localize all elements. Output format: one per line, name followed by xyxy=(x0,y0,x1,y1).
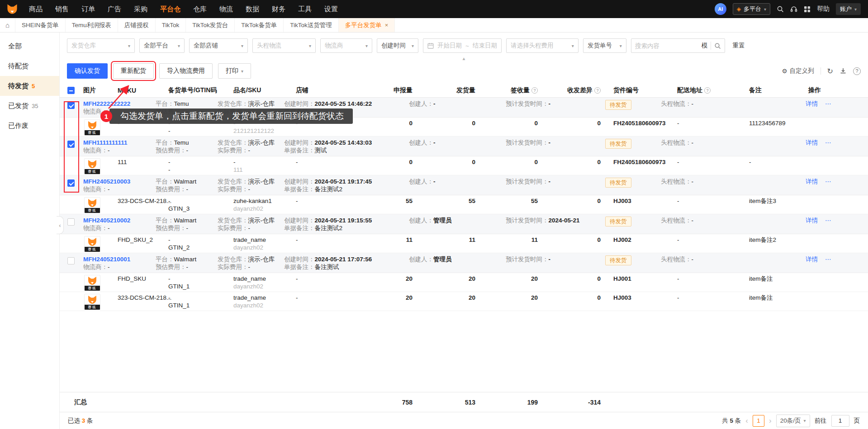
order-id-link[interactable]: MFH1111111111 xyxy=(83,139,128,146)
page-size-select[interactable]: 20条/页▾ xyxy=(776,415,810,427)
product-image[interactable]: 赛狐 xyxy=(84,236,100,252)
tab-shein-stocklist[interactable]: SHEIN备货单 xyxy=(15,18,66,32)
nav-item-orders[interactable]: 订单 xyxy=(75,0,101,18)
filter-warehouse-select[interactable]: 发货仓库▾ xyxy=(67,38,135,53)
collapse-filters-icon[interactable]: ▲ xyxy=(462,56,466,61)
product-image[interactable]: 赛狐 xyxy=(84,119,100,136)
home-icon[interactable]: ⌂ xyxy=(0,18,15,32)
help-link[interactable]: 帮助 xyxy=(817,5,830,13)
sidebar-item-voided[interactable]: 已作废 xyxy=(0,116,59,136)
select-value: 发货仓库 xyxy=(71,42,96,50)
more-actions-icon[interactable]: ⋯ xyxy=(825,217,832,224)
confirm-ship-button[interactable]: 确认发货 xyxy=(67,63,108,79)
nav-item-sales[interactable]: 销售 xyxy=(49,0,75,18)
detail-link[interactable]: 详情 xyxy=(806,139,818,146)
product-image[interactable]: 赛狐 xyxy=(84,294,100,310)
select-value: 发货单号 xyxy=(588,42,612,50)
product-image[interactable]: 赛狐 xyxy=(84,158,100,174)
info-icon[interactable]: ? xyxy=(594,87,601,94)
nav-item-purchase[interactable]: 采购 xyxy=(128,0,154,18)
filter-platform-select[interactable]: 全部平台▾ xyxy=(139,38,185,53)
next-page-icon[interactable]: › xyxy=(769,416,772,425)
item-diff-qty: 0 xyxy=(540,195,602,205)
row-checkbox[interactable] xyxy=(67,218,75,226)
filter-first-leg-select[interactable]: 头程物流▾ xyxy=(252,38,316,53)
tab-store-auth[interactable]: 店铺授权 xyxy=(118,18,156,32)
customize-columns-button[interactable]: ⚙自定义列 xyxy=(782,67,814,75)
row-checkbox[interactable] xyxy=(67,257,75,264)
reset-filters-button[interactable]: 重置 xyxy=(732,42,745,50)
import-logistics-fee-button[interactable]: 导入物流费用 xyxy=(159,63,213,79)
support-headset-icon[interactable] xyxy=(790,5,797,13)
order-id-link[interactable]: MFH2222222222 xyxy=(83,100,130,107)
tab-tiktok-shipping[interactable]: TikTok发货台 xyxy=(186,18,235,32)
filter-fee-select[interactable]: 请选择头程费用▾ xyxy=(506,38,579,53)
tab-multi-platform-shipping[interactable]: 多平台发货单 × xyxy=(339,18,395,32)
current-page-button[interactable]: 1 xyxy=(753,415,764,427)
order-id-link[interactable]: MFH2405210002 xyxy=(83,217,130,224)
prev-page-icon[interactable]: ‹ xyxy=(745,416,748,425)
detail-link[interactable]: 详情 xyxy=(806,100,818,107)
fuzzy-match-toggle[interactable]: 模 xyxy=(702,42,708,50)
sidebar-item-shipped[interactable]: 已发货35 xyxy=(0,96,59,116)
sidebar-item-to-ship[interactable]: 待发货5 xyxy=(0,76,59,96)
filter-search-field-select[interactable]: 发货单号▾ xyxy=(583,38,626,53)
platform-switcher[interactable]: ◈ 多平台 ▾ xyxy=(733,3,770,15)
search-submit-icon[interactable] xyxy=(714,42,721,49)
info-icon[interactable]: ? xyxy=(531,87,538,94)
sidebar-collapse-handle[interactable]: ‹ xyxy=(57,216,64,234)
order-id-link[interactable]: MFH2405210001 xyxy=(83,256,130,263)
more-actions-icon[interactable]: ⋯ xyxy=(825,256,832,263)
filter-carrier-select[interactable]: 物流商▾ xyxy=(320,38,372,53)
row-checkbox[interactable] xyxy=(67,141,75,148)
detail-link[interactable]: 详情 xyxy=(806,178,818,185)
product-image[interactable]: 赛狐 xyxy=(84,197,100,213)
print-button[interactable]: 打印▾ xyxy=(218,63,251,79)
account-menu[interactable]: 账户 ▾ xyxy=(836,3,861,15)
row-checkbox[interactable] xyxy=(67,179,75,187)
more-actions-icon[interactable]: ⋯ xyxy=(825,178,832,185)
nav-item-platform-warehouse[interactable]: 平台仓 xyxy=(154,0,187,18)
app-logo-fox-icon[interactable] xyxy=(6,3,18,15)
sidebar-item-to-allocate[interactable]: 待配货 xyxy=(0,56,59,76)
nav-item-finance[interactable]: 财务 xyxy=(266,0,292,18)
apps-grid-icon[interactable] xyxy=(804,6,811,13)
item-store: - xyxy=(296,234,350,244)
download-icon[interactable] xyxy=(840,67,847,75)
tab-tiktok-stocklist[interactable]: TikTok备货单 xyxy=(235,18,284,32)
info-icon[interactable]: ? xyxy=(704,87,711,94)
tab-temu-profit-report[interactable]: Temu利润报表 xyxy=(66,18,118,32)
more-actions-icon[interactable]: ⋯ xyxy=(825,100,832,107)
tab-close-icon[interactable]: × xyxy=(385,22,389,28)
sidebar-item-all[interactable]: 全部 xyxy=(0,36,59,56)
nav-item-ads[interactable]: 广告 xyxy=(101,0,128,18)
goto-page-input[interactable]: 1 xyxy=(831,415,849,427)
nav-item-data[interactable]: 数据 xyxy=(239,0,266,18)
refresh-icon[interactable]: ↻ xyxy=(827,67,833,75)
tab-tiktok[interactable]: TikTok xyxy=(156,18,186,32)
row-checkbox[interactable] xyxy=(67,102,75,109)
select-all-checkbox[interactable] xyxy=(67,87,75,94)
more-actions-icon[interactable]: ⋯ xyxy=(825,139,832,146)
search-icon[interactable] xyxy=(777,5,784,13)
reassign-button[interactable]: 重新配货 xyxy=(113,63,154,79)
nav-item-products[interactable]: 商品 xyxy=(23,0,49,18)
filter-time-type-select[interactable]: 创建时间▾ xyxy=(377,38,418,53)
tab-tiktok-delivery[interactable]: TikTok送货管理 xyxy=(284,18,339,32)
date-range-picker[interactable]: 开始日期 ~ 结束日期 xyxy=(423,38,502,53)
search-input[interactable] xyxy=(635,42,698,49)
order-id-link[interactable]: MFH2405210003 xyxy=(83,178,130,185)
tab-label: TikTok备货单 xyxy=(241,21,277,29)
nav-item-tools[interactable]: 工具 xyxy=(292,0,318,18)
product-image[interactable]: 赛狐 xyxy=(84,275,100,291)
ai-assistant-button[interactable]: AI xyxy=(715,3,726,15)
nav-item-logistics[interactable]: 物流 xyxy=(213,0,239,18)
first-leg-label: 头程物流： xyxy=(661,217,692,224)
item-checkbox-spacer xyxy=(60,156,83,158)
nav-item-settings[interactable]: 设置 xyxy=(318,0,344,18)
detail-link[interactable]: 详情 xyxy=(806,256,818,263)
filter-store-select[interactable]: 全部店铺▾ xyxy=(189,38,248,53)
help-icon[interactable]: ? xyxy=(853,67,861,75)
nav-item-warehouse[interactable]: 仓库 xyxy=(187,0,213,18)
detail-link[interactable]: 详情 xyxy=(806,217,818,224)
